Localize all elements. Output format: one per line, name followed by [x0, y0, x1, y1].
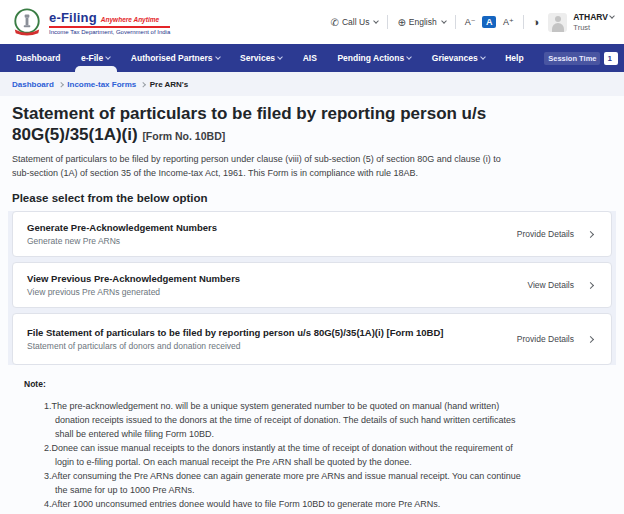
- card-title: File Statement of particulars to be file…: [27, 327, 443, 338]
- breadcrumb-current: Pre ARN's: [150, 80, 189, 89]
- select-option-heading: Please select from the below option: [12, 192, 612, 204]
- language-menu[interactable]: ⊕ English: [397, 17, 445, 28]
- user-menu[interactable]: ATHARV Trust: [548, 12, 614, 32]
- avatar: [548, 13, 567, 32]
- efiling-logo[interactable]: e-Filing Anywhere Anytime Income Tax Dep…: [12, 7, 170, 37]
- session-time-label: Session Time: [544, 52, 600, 65]
- nav-services[interactable]: Services: [240, 44, 282, 72]
- contrast-toggle-icon[interactable]: ◑: [533, 16, 540, 28]
- nav-ais[interactable]: AIS: [303, 44, 317, 72]
- brand-name: e-Filing: [49, 10, 97, 25]
- option-cards: Generate Pre-Acknowledgement Numbers Gen…: [8, 211, 616, 365]
- chevron-down-icon: [406, 54, 412, 60]
- view-details-link[interactable]: View Details: [527, 280, 574, 290]
- call-us-menu[interactable]: ✆ Call Us: [331, 17, 379, 28]
- nav-help[interactable]: Help: [505, 44, 523, 72]
- call-us-label: Call Us: [342, 17, 369, 27]
- nav-pending-actions[interactable]: Pending Actions: [337, 44, 411, 72]
- phone-icon: ✆: [331, 17, 339, 28]
- card-subtitle: View previous Pre ARNs generated: [27, 287, 240, 297]
- card-file-form-10bd[interactable]: File Statement of particulars to be file…: [12, 313, 612, 365]
- divider: [387, 15, 388, 29]
- chevron-right-icon: [587, 282, 594, 289]
- note-item: After consuming the Pre ARNs donee can a…: [44, 470, 522, 498]
- note-section: Note: The pre-acknowledgement no. will b…: [12, 365, 612, 514]
- note-item: Donee can issue manual receipts to the d…: [44, 442, 522, 470]
- chevron-right-icon: [58, 82, 63, 87]
- breadcrumb-income-tax-forms[interactable]: Income-tax Forms: [67, 80, 136, 89]
- provide-details-link[interactable]: Provide Details: [517, 229, 574, 239]
- chevron-down-icon: [480, 54, 486, 60]
- provide-details-link[interactable]: Provide Details: [517, 334, 574, 344]
- note-item: The pre-acknowledgement no. will be a un…: [44, 400, 522, 442]
- font-decrease-button[interactable]: A⁻: [465, 17, 476, 27]
- language-label: English: [409, 17, 437, 27]
- chevron-down-icon: [215, 54, 221, 60]
- note-label: Note:: [24, 379, 600, 389]
- divider: [523, 15, 524, 29]
- note-item: After 1000 unconsumed entries donee woul…: [44, 498, 522, 512]
- card-view-previous-pre-arn[interactable]: View Previous Pre-Acknowledgement Number…: [12, 262, 612, 308]
- card-subtitle: Statement of particulars of donors and d…: [27, 341, 443, 351]
- session-timer: Session Time 1: [544, 52, 618, 65]
- font-default-button[interactable]: A: [482, 16, 496, 28]
- chevron-right-icon: [587, 336, 594, 343]
- chevron-down-icon: [105, 54, 111, 60]
- card-title: Generate Pre-Acknowledgement Numbers: [27, 222, 217, 233]
- font-increase-button[interactable]: A⁺: [503, 17, 514, 27]
- main-navbar: Dashboard e-File Authorised Partners Ser…: [0, 44, 624, 72]
- nav-dashboard[interactable]: Dashboard: [16, 44, 60, 72]
- page-description: Statement of particulars to be filed by …: [12, 153, 514, 180]
- brand-subtitle: Income Tax Department, Government of Ind…: [49, 29, 170, 35]
- globe-icon: ⊕: [397, 17, 405, 28]
- main-content: Dashboard Income-tax Forms Pre ARN's Sta…: [0, 72, 624, 514]
- user-role: Trust: [573, 23, 614, 32]
- breadcrumb: Dashboard Income-tax Forms Pre ARN's: [0, 72, 624, 96]
- user-name: ATHARV: [573, 12, 608, 22]
- chevron-down-icon: [609, 13, 615, 19]
- chevron-right-icon: [587, 231, 594, 238]
- govt-emblem-icon: [12, 7, 42, 37]
- nav-authorised-partners[interactable]: Authorised Partners: [131, 44, 220, 72]
- card-subtitle: Generate new Pre ARNs: [27, 236, 217, 246]
- card-title: View Previous Pre-Acknowledgement Number…: [27, 273, 240, 284]
- brand-tagline: Anywhere Anytime: [101, 16, 159, 23]
- nav-grievances[interactable]: Grievances: [432, 44, 485, 72]
- nav-efile[interactable]: e-File: [81, 44, 110, 72]
- form-number-label: [Form No. 10BD]: [142, 130, 225, 142]
- chevron-right-icon: [140, 82, 145, 87]
- top-header: e-Filing Anywhere Anytime Income Tax Dep…: [0, 0, 624, 44]
- note-list: The pre-acknowledgement no. will be a un…: [44, 400, 522, 514]
- card-generate-pre-arn[interactable]: Generate Pre-Acknowledgement Numbers Gen…: [12, 211, 612, 257]
- breadcrumb-dashboard[interactable]: Dashboard: [12, 80, 54, 89]
- chevron-down-icon: [277, 54, 283, 60]
- divider: [455, 15, 456, 29]
- chevron-down-icon: [441, 18, 447, 24]
- page-title: Statement of particulars to be filed by …: [12, 104, 520, 145]
- active-tab-indicator: [75, 66, 117, 72]
- chevron-down-icon: [374, 18, 380, 24]
- session-time-value: 1: [604, 52, 617, 65]
